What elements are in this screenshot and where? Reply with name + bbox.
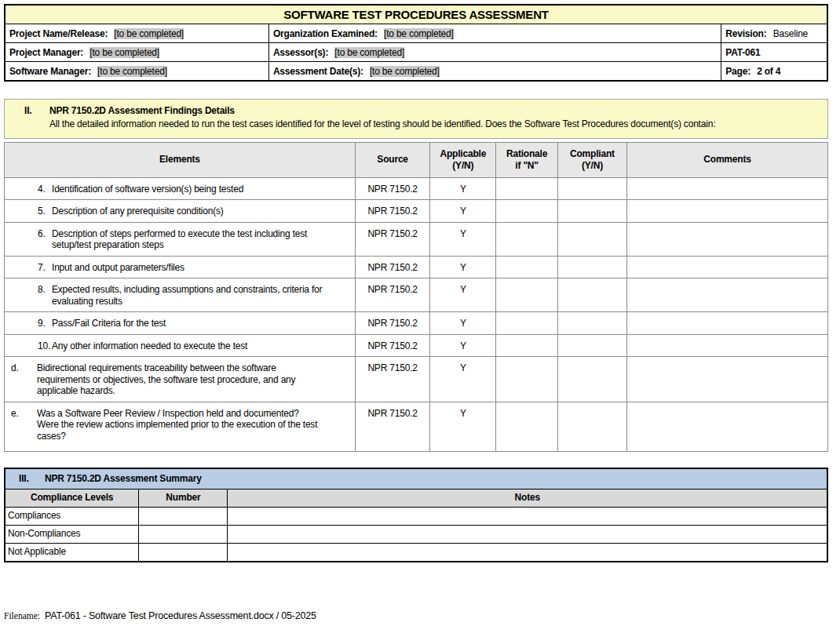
comments-cell[interactable] [627,177,828,200]
rationale-cell[interactable] [496,312,558,335]
software-manager-label: Software Manager: [9,66,91,77]
element-text: Description of steps performed to execut… [52,228,334,251]
col-header-applicable: Applicable(Y/N) [430,142,496,177]
compliant-cell[interactable] [557,357,626,402]
comments-cell[interactable] [627,256,828,278]
rationale-cell[interactable] [496,402,558,452]
rationale-cell[interactable] [496,334,558,357]
project-manager-label: Project Manager: [9,47,83,58]
assessors-value[interactable]: [to be completed] [334,47,404,58]
summary-row-not-applicable: Not Applicable [5,543,827,562]
applicable-cell: Y [430,222,496,256]
applicable-cell: Y [430,177,496,200]
number-cell[interactable] [139,525,228,543]
assessment-dates-value[interactable]: [to be completed] [370,66,440,77]
comments-cell[interactable] [627,334,828,357]
compliant-cell[interactable] [557,256,626,278]
source-cell: NPR 7150.2 [355,256,429,278]
organization-examined-label: Organization Examined: [273,28,378,39]
element-text: Expected results, including assumptions … [52,284,334,307]
compliant-cell[interactable] [557,402,626,452]
findings-row-4: 4. Identification of software version(s)… [5,177,828,200]
notes-cell[interactable] [228,507,827,525]
item-number: 5. [38,206,52,217]
summary-row-compliances: Compliances [5,507,827,525]
compliant-cell[interactable] [557,278,626,312]
applicable-cell: Y [430,357,496,402]
col-header-elements: Elements [5,142,356,177]
page-number-label: Page: [725,66,751,77]
col-header-comments: Comments [627,142,828,177]
source-cell: NPR 7150.2 [355,357,429,402]
document-page: SOFTWARE TEST PROCEDURES ASSESSMENT Proj… [0,0,832,566]
compliance-level-label: Not Applicable [5,543,139,562]
revision-label: Revision: [725,28,766,39]
source-cell: NPR 7150.2 [355,200,429,223]
project-name-release-label: Project Name/Release: [9,28,108,39]
section-2-header-box: II. NPR 7150.2D Assessment Findings Deta… [4,99,828,139]
number-cell[interactable] [139,543,228,562]
comments-cell[interactable] [627,402,828,452]
rationale-cell[interactable] [496,200,558,223]
comments-cell[interactable] [627,312,828,335]
compliant-cell[interactable] [557,177,626,200]
source-cell: NPR 7150.2 [355,278,429,312]
software-manager-value[interactable]: [to be completed] [97,66,167,77]
rationale-cell[interactable] [496,222,558,256]
applicable-cell: Y [430,334,496,357]
element-text: Description of any prerequisite conditio… [52,206,224,217]
notes-cell[interactable] [228,525,827,543]
project-manager-value[interactable]: [to be completed] [89,47,159,58]
source-cell: NPR 7150.2 [355,312,429,335]
findings-row-8: 8. Expected results, including assumptio… [5,278,828,312]
filename-footer: Filename: PAT-061 - Software Test Proced… [4,610,316,621]
applicable-cell: Y [430,256,496,278]
comments-cell[interactable] [627,278,828,312]
rationale-cell[interactable] [496,177,558,200]
notes-cell[interactable] [228,543,827,562]
col-header-notes: Notes [228,489,827,507]
item-number: 4. [38,184,52,195]
comments-cell[interactable] [627,200,828,223]
revision-value: Baseline [773,28,808,39]
compliant-cell[interactable] [557,312,626,335]
col-header-number: Number [139,489,228,507]
item-letter: e. [11,408,37,420]
assessors-label: Assessor(s): [273,47,328,58]
element-text: Was a Software Peer Review / Inspection … [37,408,320,442]
compliant-cell[interactable] [557,222,626,256]
summary-header-row: Compliance Levels Number Notes [5,489,827,507]
item-number: 8. [38,284,52,296]
item-number: 6. [38,228,52,240]
source-cell: NPR 7150.2 [355,402,429,452]
applicable-cell: Y [430,402,496,452]
project-name-release-value[interactable]: [to be completed] [114,28,184,39]
element-text: Bidirectional requirements traceability … [37,362,320,397]
findings-header-row: Elements Source Applicable(Y/N) Rational… [5,142,828,177]
source-cell: NPR 7150.2 [355,177,429,200]
findings-row-e: e. Was a Software Peer Review / Inspecti… [5,402,828,452]
section-3-title: NPR 7150.2D Assessment Summary [45,473,202,485]
element-text: Pass/Fail Criteria for the test [52,318,166,329]
col-header-rationale: Rationaleif "N" [496,142,558,177]
rationale-cell[interactable] [496,357,558,402]
findings-row-9: 9. Pass/Fail Criteria for the test NPR 7… [5,312,828,335]
section-2-title: NPR 7150.2D Assessment Findings Details [49,105,235,116]
organization-examined-value[interactable]: [to be completed] [384,28,454,39]
findings-row-10: 10. Any other information needed to exec… [5,334,828,357]
findings-row-7: 7. Input and output parameters/files NPR… [5,256,828,278]
comments-cell[interactable] [627,357,828,402]
rationale-cell[interactable] [496,256,558,278]
filename-label: Filename: [4,611,40,621]
rationale-cell[interactable] [496,278,558,312]
item-number: 9. [38,318,52,329]
element-text: Input and output parameters/files [52,262,184,274]
page-number-value: 2 of 4 [757,66,780,77]
compliant-cell[interactable] [557,334,626,357]
compliant-cell[interactable] [557,200,626,223]
number-cell[interactable] [139,507,228,525]
comments-cell[interactable] [627,222,828,256]
compliance-level-label: Non-Compliances [5,525,139,543]
section-3-numeral: III. [19,473,45,485]
findings-row-d: d. Bidirectional requirements traceabili… [5,357,828,402]
